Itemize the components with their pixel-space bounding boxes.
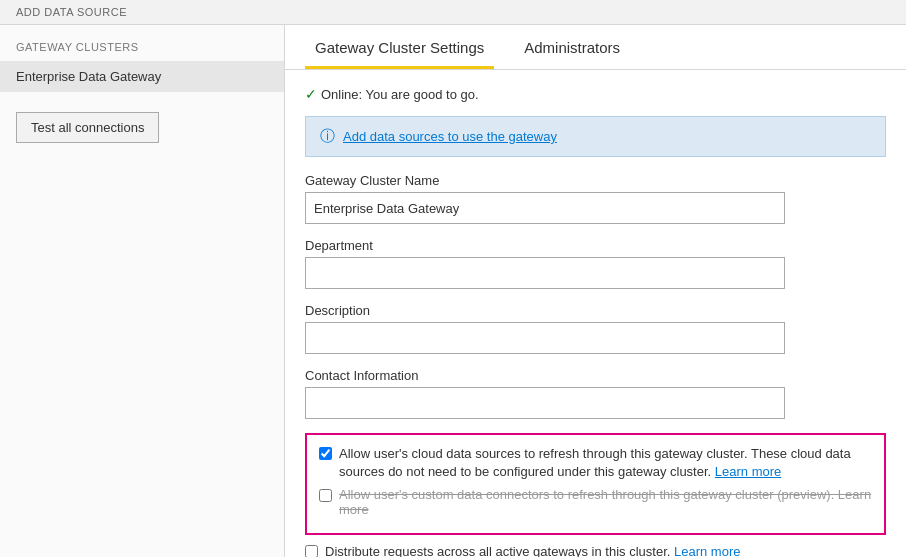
sidebar-item-enterprise-gateway[interactable]: Enterprise Data Gateway <box>0 61 284 92</box>
status-line: ✓ Online: You are good to go. <box>305 86 886 102</box>
form-group-contact-info: Contact Information <box>305 368 886 419</box>
form-group-cluster-name: Gateway Cluster Name <box>305 173 886 224</box>
distribute-text: Distribute requests across all active ga… <box>325 543 740 557</box>
department-input[interactable] <box>305 257 785 289</box>
contact-info-label: Contact Information <box>305 368 886 383</box>
cloud-datasources-text: Allow user's cloud data sources to refre… <box>339 445 872 481</box>
distribute-checkbox[interactable] <box>305 545 318 557</box>
content-body: ✓ Online: You are good to go. ⓘ Add data… <box>285 70 906 557</box>
cloud-datasources-checkbox-row: Allow user's cloud data sources to refre… <box>319 445 872 481</box>
description-input[interactable] <box>305 322 785 354</box>
info-icon: ⓘ <box>320 127 335 146</box>
cluster-name-input[interactable] <box>305 192 785 224</box>
department-label: Department <box>305 238 886 253</box>
highlighted-checkbox-section: Allow user's cloud data sources to refre… <box>305 433 886 535</box>
main-area: GATEWAY CLUSTERS Enterprise Data Gateway… <box>0 25 906 557</box>
custom-connectors-checkbox[interactable] <box>319 489 332 502</box>
sidebar-section-label: GATEWAY CLUSTERS <box>0 41 284 61</box>
custom-connectors-text: Allow user's custom data connectors to r… <box>339 487 872 517</box>
contact-info-input[interactable] <box>305 387 785 419</box>
cloud-datasources-checkbox[interactable] <box>319 447 332 460</box>
form-group-description: Description <box>305 303 886 354</box>
test-all-connections-button[interactable]: Test all connections <box>16 112 159 143</box>
cloud-datasources-learn-link[interactable]: Learn more <box>715 464 781 479</box>
app-container: ADD DATA SOURCE GATEWAY CLUSTERS Enterpr… <box>0 0 906 557</box>
info-banner: ⓘ Add data sources to use the gateway <box>305 116 886 157</box>
sidebar: GATEWAY CLUSTERS Enterprise Data Gateway… <box>0 25 285 557</box>
status-check-icon: ✓ <box>305 86 317 102</box>
add-data-sources-link[interactable]: Add data sources to use the gateway <box>343 129 557 144</box>
top-bar-label: ADD DATA SOURCE <box>16 6 127 18</box>
description-label: Description <box>305 303 886 318</box>
form-group-department: Department <box>305 238 886 289</box>
status-text: Online: You are good to go. <box>321 87 479 102</box>
top-bar: ADD DATA SOURCE <box>0 0 906 25</box>
tabs-bar: Gateway Cluster Settings Administrators <box>285 25 906 70</box>
custom-connectors-checkbox-row: Allow user's custom data connectors to r… <box>319 487 872 517</box>
distribute-learn-link[interactable]: Learn more <box>674 544 740 557</box>
content-area: Gateway Cluster Settings Administrators … <box>285 25 906 557</box>
distribute-checkbox-row: Distribute requests across all active ga… <box>305 543 886 557</box>
cluster-name-label: Gateway Cluster Name <box>305 173 886 188</box>
tab-administrators[interactable]: Administrators <box>514 25 630 69</box>
tab-cluster-settings[interactable]: Gateway Cluster Settings <box>305 25 494 69</box>
